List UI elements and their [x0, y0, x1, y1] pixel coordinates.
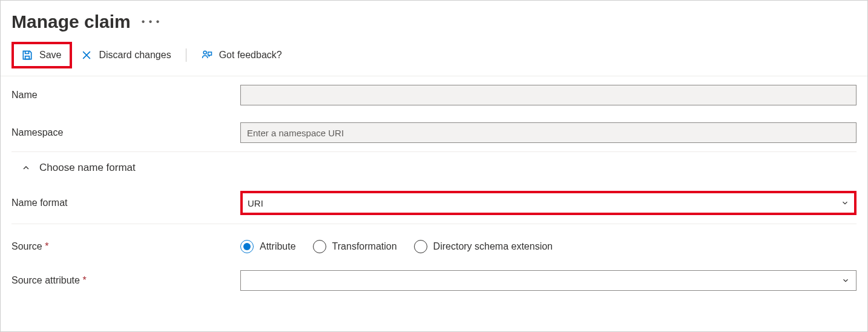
toolbar: Save Discard changes Got feedback?	[1, 36, 867, 76]
close-icon	[81, 49, 93, 61]
radio-icon	[240, 240, 254, 253]
namespace-input[interactable]	[240, 122, 856, 143]
radio-attribute[interactable]: Attribute	[240, 240, 296, 253]
radio-directory-schema-extension[interactable]: Directory schema extension	[414, 240, 553, 253]
chevron-down-icon	[841, 199, 849, 207]
save-icon	[21, 49, 33, 61]
radio-label: Attribute	[260, 241, 296, 252]
chevron-down-icon	[841, 276, 850, 285]
feedback-icon	[201, 49, 213, 61]
more-icon[interactable]: • • •	[142, 17, 160, 27]
name-format-value: URI	[248, 198, 841, 208]
label-source-attribute: Source attribute *	[12, 275, 240, 286]
name-input[interactable]	[240, 85, 856, 105]
page-title: Manage claim	[12, 12, 131, 32]
radio-label: Directory schema extension	[433, 241, 553, 252]
form-row-name: Name	[12, 76, 856, 114]
form-row-source: Source * Attribute Transformation Direct…	[12, 224, 856, 262]
required-star-icon: *	[45, 241, 48, 251]
save-button[interactable]: Save	[18, 47, 65, 64]
form-row-namespace: Namespace	[12, 114, 856, 151]
save-highlight: Save	[12, 42, 72, 68]
label-namespace: Namespace	[12, 127, 240, 138]
required-star-icon: *	[82, 275, 86, 285]
label-name: Name	[12, 90, 240, 101]
form-row-name-format: Name format URI	[12, 182, 856, 224]
svg-point-1	[203, 51, 206, 54]
source-radio-group: Attribute Transformation Directory schem…	[240, 240, 856, 253]
collapse-choose-name-format[interactable]: Choose name format	[12, 152, 856, 182]
collapse-label: Choose name format	[39, 162, 136, 174]
feedback-button[interactable]: Got feedback?	[197, 47, 286, 64]
radio-transformation[interactable]: Transformation	[313, 240, 397, 253]
form-row-source-attribute: Source attribute *	[12, 262, 856, 299]
label-source: Source *	[12, 241, 240, 252]
name-format-select[interactable]: URI	[240, 191, 856, 215]
discard-button[interactable]: Discard changes	[77, 47, 174, 64]
feedback-button-label: Got feedback?	[219, 50, 282, 61]
source-attribute-select[interactable]	[240, 270, 856, 291]
svg-rect-0	[25, 56, 30, 59]
discard-button-label: Discard changes	[99, 50, 171, 61]
toolbar-separator	[186, 48, 186, 62]
radio-label: Transformation	[332, 241, 397, 252]
chevron-up-icon	[21, 163, 31, 173]
radio-icon	[414, 240, 427, 253]
save-button-label: Save	[39, 50, 61, 61]
label-name-format: Name format	[12, 198, 240, 208]
radio-icon	[313, 240, 326, 253]
